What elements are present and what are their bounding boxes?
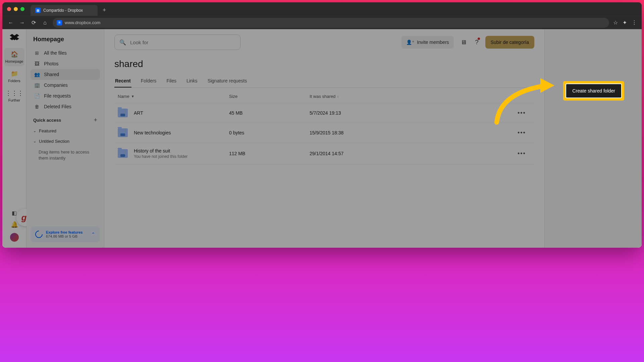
quick-access-section: Quick access + (31, 112, 100, 126)
sidebar-item-all-files[interactable]: ⊞All the files (31, 48, 100, 58)
sort-arrow-down-icon: ▼ (131, 95, 135, 98)
sidebar-toggle-icon[interactable]: ◧ (12, 210, 17, 216)
browser-window: ⊞ Compartido - Dropbox + ← → ⟳ ⌂ ⊞ www.d… (2, 2, 642, 248)
content-tabs: Recent Folders Files Links Signature req… (114, 75, 534, 88)
sidebar-item-shared[interactable]: 👥Shared (31, 69, 100, 80)
building-icon: 🏢 (34, 82, 40, 88)
rail-further[interactable]: ⋮⋮⋮ Further (4, 87, 24, 105)
chevron-down-icon: ⌄ (33, 129, 36, 133)
grid-icon: ⊞ (34, 50, 40, 56)
search-icon: 🔍 (119, 39, 126, 46)
table-header: Name▼ Size It was shared↓ (114, 88, 534, 103)
sidebar-item-deleted[interactable]: 🗑Deleted Files (31, 101, 100, 112)
minimize-window-button[interactable] (14, 7, 18, 11)
desktop-app-icon[interactable]: 🖥 (459, 37, 469, 48)
quick-access-add-button[interactable]: + (94, 117, 97, 124)
table-row[interactable]: ART 45 MB 5/7/2024 19:13 ••• (114, 103, 534, 123)
create-shared-folder-button[interactable]: Create shared folder (566, 83, 622, 98)
chevron-up-icon: ⌃ (91, 232, 95, 237)
table-row[interactable]: New technologies 0 bytes 15/9/2015 18:38… (114, 123, 534, 142)
dropbox-favicon: ⊞ (35, 8, 41, 13)
browser-toolbar: ← → ⟳ ⌂ ⊞ www.dropbox.com ☆ ✦ ⋮ (2, 16, 642, 29)
annotation-arrow-icon (490, 72, 560, 126)
sidebar-panel: Homepage ⊞All the files 🖼Photos 👥Shared … (26, 29, 104, 248)
featured-section-toggle[interactable]: ⌄Featured (31, 126, 100, 136)
bookmark-star-icon[interactable]: ☆ (613, 19, 618, 26)
table-row[interactable]: History of the suitYou have not joined t… (114, 142, 534, 165)
folder-icon: 📁 (11, 70, 18, 77)
column-size[interactable]: Size (229, 94, 310, 99)
home-button[interactable]: ⌂ (41, 20, 49, 26)
notification-dot (478, 38, 480, 40)
sort-arrow-down-icon: ↓ (337, 95, 339, 98)
create-shared-folder-highlight: Create shared folder (563, 81, 624, 101)
sidebar-item-file-requests[interactable]: 📄File requests (31, 90, 100, 101)
browser-tab[interactable]: ⊞ Compartido - Dropbox (31, 5, 98, 16)
row-more-button[interactable]: ••• (518, 129, 526, 136)
explore-features-card[interactable]: Explore free features 674.86 MB or 5 GB … (31, 226, 100, 242)
close-window-button[interactable] (7, 7, 11, 11)
tab-title: Compartido - Dropbox (43, 8, 83, 13)
tab-files[interactable]: Files (166, 75, 177, 87)
progress-ring-icon (34, 229, 44, 239)
right-panel (544, 29, 642, 248)
chevron-down-icon: ⌄ (33, 139, 36, 143)
rail-folders[interactable]: 📁 Folders (4, 67, 24, 85)
forward-button[interactable]: → (18, 20, 26, 26)
column-name[interactable]: Name▼ (118, 94, 229, 99)
apps-grid-icon: ⋮⋮⋮ (5, 89, 23, 97)
new-tab-button[interactable]: + (100, 5, 109, 15)
url-bar[interactable]: ⊞ www.dropbox.com (53, 18, 609, 28)
main-content: 🔍 👤⁺ Invite members 🖥 ? Subir de categor… (104, 29, 544, 248)
page-title: shared (114, 55, 534, 75)
reload-button[interactable]: ⟳ (30, 19, 37, 26)
tab-links[interactable]: Links (186, 75, 198, 87)
titlebar: ⊞ Compartido - Dropbox + (2, 2, 642, 16)
column-shared[interactable]: It was shared↓ (310, 94, 518, 99)
image-icon: 🖼 (34, 61, 40, 66)
tab-folders[interactable]: Folders (140, 75, 157, 87)
file-icon: 📄 (34, 93, 40, 99)
tab-recent[interactable]: Recent (114, 75, 131, 87)
traffic-lights (7, 7, 24, 11)
help-icon[interactable]: ? (473, 37, 481, 48)
trash-icon: 🗑 (34, 104, 40, 109)
site-identity-icon: ⊞ (57, 20, 62, 25)
person-add-icon: 👤⁺ (406, 40, 414, 45)
sidebar-item-companies[interactable]: 🏢Companies (31, 80, 100, 90)
url-text: www.dropbox.com (65, 20, 100, 25)
maximize-window-button[interactable] (20, 7, 24, 11)
rail-homepage[interactable]: 🏠 Homepage (4, 48, 24, 66)
search-box[interactable]: 🔍 (114, 35, 240, 50)
row-more-button[interactable]: ••• (518, 150, 526, 157)
shared-folder-icon (118, 149, 128, 158)
notifications-bell-icon[interactable]: 🔔 (11, 221, 18, 228)
drag-hint-text: Drag items here to access them instantly (31, 146, 100, 164)
shared-folder-icon (118, 109, 128, 117)
search-input[interactable] (130, 40, 235, 45)
home-icon: 🏠 (11, 51, 18, 58)
back-button[interactable]: ← (7, 20, 14, 26)
shared-folder-icon (118, 128, 128, 137)
main-header: 🔍 👤⁺ Invite members 🖥 ? Subir de categor… (114, 29, 534, 55)
people-icon: 👥 (34, 72, 40, 77)
upgrade-button[interactable]: Subir de categoría (485, 36, 534, 49)
invite-members-button[interactable]: 👤⁺ Invite members (401, 36, 454, 49)
untitled-section-toggle[interactable]: ⌄Untitled Section (31, 136, 100, 146)
extensions-icon[interactable]: ✦ (623, 19, 627, 26)
sidebar-title: Homepage (31, 35, 100, 48)
user-avatar[interactable] (10, 233, 19, 242)
tab-signature-requests[interactable]: Signature requests (207, 75, 248, 87)
left-rail: 🏠 Homepage 📁 Folders ⋮⋮⋮ Further ◧ 🔔 g. … (2, 29, 26, 248)
sidebar-item-photos[interactable]: 🖼Photos (31, 58, 100, 69)
dropbox-logo-icon (10, 34, 19, 42)
browser-menu-icon[interactable]: ⋮ (632, 19, 637, 26)
